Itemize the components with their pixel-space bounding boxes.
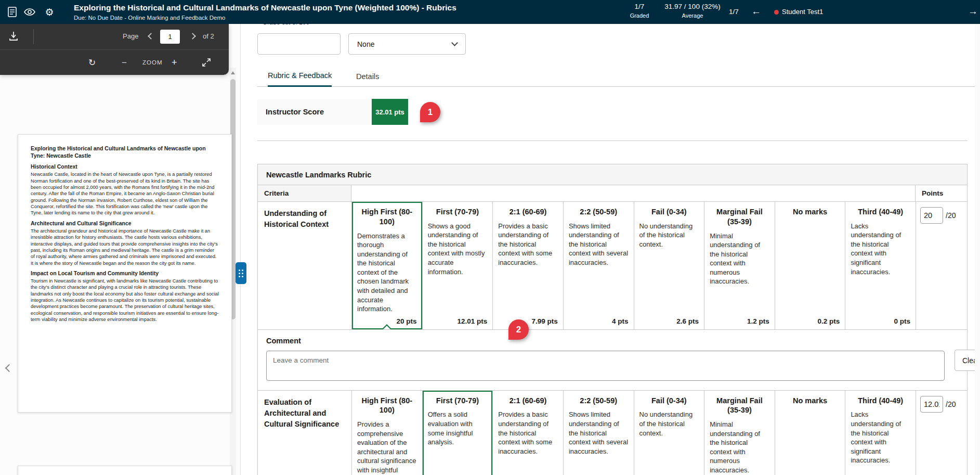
- annotation-marker-2[interactable]: 2: [508, 319, 529, 340]
- document-heading: Historical Context: [31, 163, 219, 170]
- zoom-out-icon[interactable]: −: [122, 50, 127, 75]
- gear-icon[interactable]: ⚙: [42, 0, 57, 24]
- previous-page-chevron-icon[interactable]: [148, 33, 154, 40]
- rating-description: Shows limited understanding of the histo…: [569, 222, 629, 267]
- instructor-score-label: Instructor Score: [257, 99, 372, 125]
- rating-description: Minimal understanding of the historical …: [710, 420, 769, 474]
- document-heading: Impact on Local Tourism and Community Id…: [31, 270, 219, 276]
- grade-scheme-value: None: [357, 40, 374, 48]
- grade-input[interactable]: [257, 33, 341, 55]
- rating-cell[interactable]: Marginal Fail (35-39)Minimal understandi…: [704, 202, 775, 329]
- rating-description: Shows a good understanding of the histor…: [428, 222, 488, 276]
- criteria-column-header: Criteria: [258, 185, 351, 201]
- rubric-title: Newcastle Landmarks Rubric: [258, 164, 967, 185]
- rating-cell[interactable]: High First (80-100)Demonstrates a thorou…: [351, 202, 422, 329]
- panel-resize-handle[interactable]: [236, 262, 246, 284]
- rubric-row: Understanding of Historical ContextHigh …: [258, 202, 967, 330]
- student-position: 1/7: [729, 0, 739, 24]
- selected-notch-icon: [383, 326, 390, 329]
- content-scrollbar[interactable]: [975, 24, 980, 475]
- graded-label: Graded: [624, 12, 655, 19]
- scrollbar-up-arrow-icon[interactable]: [231, 71, 235, 74]
- comment-label: Comment: [266, 337, 959, 345]
- rating-cell[interactable]: No marks0.2 pts: [775, 202, 845, 329]
- document-panel-icon[interactable]: [4, 0, 20, 24]
- rating-cell[interactable]: Third (40-49)Lacks understanding of the …: [845, 391, 916, 475]
- tab-details[interactable]: Details: [356, 66, 379, 87]
- rating-description: Demonstrates a thorough understanding of…: [357, 232, 417, 314]
- rating-title: No marks: [780, 396, 840, 406]
- document-page: Exploring the Historical and Cultural La…: [18, 134, 232, 413]
- points-max: /20: [946, 396, 956, 413]
- comment-input[interactable]: [266, 351, 945, 381]
- rating-title: 2:2 (50-59): [569, 396, 629, 406]
- rating-cell[interactable]: First (70-79)Offers a solid evaluation w…: [422, 391, 493, 475]
- rating-description: Provides a basic understanding of the hi…: [498, 410, 558, 456]
- app-root: ⚙ Exploring the Historical and Cultural …: [0, 0, 980, 475]
- criterion-name: Understanding of Historical Context: [258, 202, 351, 329]
- rating-points: 20 pts: [397, 317, 417, 325]
- rating-title: Fail (0-34): [639, 207, 699, 217]
- page-label: Page: [123, 32, 138, 40]
- rating-title: No marks: [780, 207, 840, 217]
- document-title: Exploring the Historical and Cultural La…: [31, 145, 219, 159]
- rating-points: 0.2 pts: [818, 317, 840, 325]
- rating-title: Third (40-49): [851, 396, 910, 406]
- rating-title: 2:2 (50-59): [569, 207, 629, 217]
- average-stat: 31.97 / 100 (32%) Average: [656, 3, 729, 19]
- ratings-group: High First (80-100)Demonstrates a thorou…: [351, 202, 916, 329]
- rating-points: 2.6 pts: [676, 317, 699, 325]
- download-icon[interactable]: [8, 31, 19, 41]
- rating-cell[interactable]: First (70-79)Shows a good understanding …: [422, 202, 493, 329]
- rating-cell[interactable]: High First (80-100)Provides a comprehens…: [351, 391, 422, 475]
- student-name[interactable]: Student Test1: [782, 0, 823, 24]
- rating-title: Third (40-49): [851, 207, 910, 217]
- rating-cell[interactable]: 2:1 (60-69)Provides a basic understandin…: [492, 391, 563, 475]
- rating-cell[interactable]: Third (40-49)Lacks understanding of the …: [845, 202, 916, 329]
- rating-description: No understanding of the historical conte…: [639, 410, 699, 438]
- zoom-in-icon[interactable]: +: [172, 50, 177, 75]
- graded-value: 1/7: [624, 3, 655, 10]
- page-subtitle: Due: No Due Date - Online Marking and Fe…: [74, 15, 225, 21]
- points-column-header: Points: [916, 185, 967, 201]
- page-total-label: of 2: [203, 32, 214, 40]
- rating-cell[interactable]: Fail (0-34)No understanding of the histo…: [634, 202, 704, 329]
- rating-points: 12.01 pts: [457, 317, 487, 325]
- rating-cell[interactable]: 2:1 (60-69)Provides a basic understandin…: [492, 202, 563, 329]
- average-value: 31.97 / 100 (32%): [656, 3, 729, 10]
- rating-points: 0 pts: [894, 317, 910, 325]
- criterion-name: Evaluation of Architectural and Cultural…: [258, 391, 351, 475]
- grade-scheme-select[interactable]: None: [348, 33, 466, 55]
- zoom-label: ZOOM: [142, 59, 163, 66]
- rating-cell[interactable]: 2:2 (50-59)Shows limited understanding o…: [563, 202, 634, 329]
- pdf-toolbar-row2: ↻ − ZOOM +: [0, 49, 229, 75]
- rating-title: High First (80-100): [357, 207, 417, 227]
- points-input[interactable]: [920, 207, 943, 224]
- next-student-arrow-icon[interactable]: →: [968, 0, 978, 24]
- previous-student-arrow-icon[interactable]: ←: [751, 0, 761, 24]
- rating-cell[interactable]: 2:2 (50-59)Shows limited understanding o…: [563, 391, 634, 475]
- next-page-chevron-icon[interactable]: [189, 33, 196, 40]
- rating-cell[interactable]: Fail (0-34)No understanding of the histo…: [634, 391, 704, 475]
- rubric-row: Evaluation of Architectural and Cultural…: [258, 391, 967, 475]
- rating-description: Lacks understanding of the historical co…: [851, 222, 910, 276]
- annotation-marker-1[interactable]: 1: [420, 102, 440, 122]
- fullscreen-icon[interactable]: [202, 58, 211, 67]
- rating-title: First (70-79): [428, 396, 488, 406]
- document-paragraph: The architectural grandeur and historica…: [31, 228, 219, 266]
- rating-cell[interactable]: No marks: [775, 391, 845, 475]
- document-paragraph: Newcastle Castle, located in the heart o…: [31, 171, 219, 216]
- rating-title: First (70-79): [428, 207, 488, 217]
- points-input[interactable]: [920, 396, 943, 413]
- ratings-group: High First (80-100)Provides a comprehens…: [351, 391, 916, 475]
- preview-eye-icon[interactable]: [22, 0, 37, 24]
- rating-title: Fail (0-34): [639, 396, 699, 406]
- rating-cell[interactable]: Marginal Fail (35-39)Minimal understandi…: [704, 391, 775, 475]
- page-number-input[interactable]: [160, 30, 180, 44]
- tab-rubric-feedback[interactable]: Rubric & Feedback: [268, 66, 332, 87]
- section-divider: [257, 140, 968, 141]
- rotate-icon[interactable]: ↻: [88, 50, 96, 75]
- rating-title: Marginal Fail (35-39): [710, 396, 769, 416]
- rating-description: No understanding of the historical conte…: [639, 222, 699, 249]
- document-paragraph: Tourism in Newcastle is significant, wit…: [31, 278, 219, 323]
